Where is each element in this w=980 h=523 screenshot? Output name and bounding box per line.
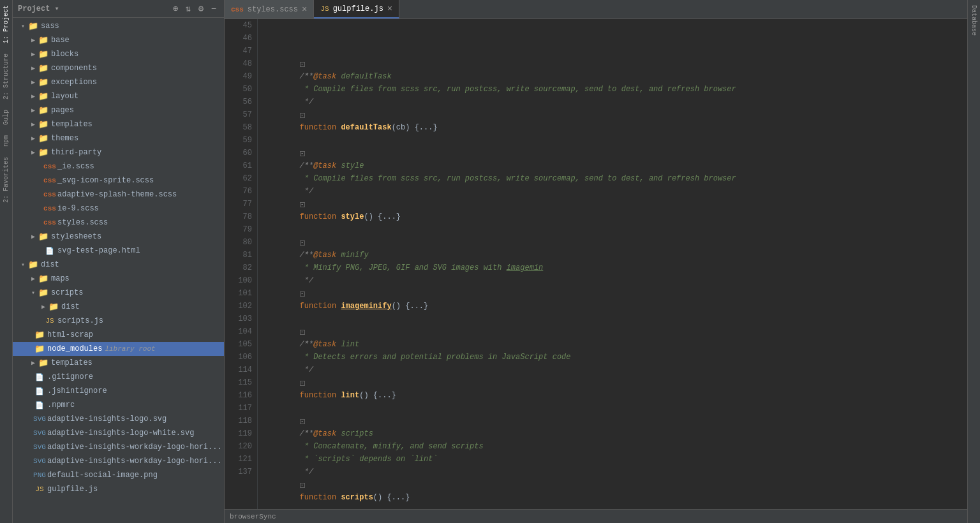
tree-item-ai-logo-svg[interactable]: SVG adaptive-insights-logo.svg [13,412,224,426]
tree-item-sass[interactable]: ▾ 📁 sass [13,19,224,33]
code-content[interactable]: - /** * @task defaultTask * Compile file… [258,19,967,509]
tree-item-blocks[interactable]: ▶ 📁 blocks [13,47,224,61]
tab-project[interactable]: 1: Project [1,0,11,48]
ln-103: 103 [230,313,252,325]
tab-icon-styles: css [231,6,244,13]
tab-gulp[interactable]: Gulp [1,105,11,130]
tree-item-dist2[interactable]: ▶ 📁 dist [13,300,224,314]
tree-item-ie-scss[interactable]: css _ie.scss [13,159,224,173]
tree-item-ai-workday-svg2[interactable]: SVG adaptive-insights-workday-logo-hori.… [13,454,224,468]
tab-styles-scss[interactable]: css styles.scss × [225,0,314,18]
tree-item-gulpfile-js[interactable]: JS gulpfile.js [13,482,224,496]
fname-82: imageminify [341,302,391,311]
tree-item-stylesheets[interactable]: ▶ 📁 stylesheets [13,230,224,244]
folder-icon-blocks: 📁 [38,49,48,59]
tree-item-npmrc[interactable]: 📄 .npmrc [13,398,224,412]
tree-item-templates[interactable]: ▶ 📁 templates [13,117,224,131]
fold-106[interactable]: - [300,381,305,386]
tree-item-node-modules[interactable]: 📁 node_modules library root [13,342,224,356]
file-icon-ie-scss: css [45,161,55,172]
tree-label-adaptive-splash: adaptive-splash-theme.scss [57,190,177,199]
folder-icon-stylesheets: 📁 [38,232,48,242]
arrow-layout: ▶ [28,91,38,101]
tree-item-dist[interactable]: ▾ 📁 dist [13,258,224,272]
ln-50: 50 [230,83,252,96]
file-icon-scripts-js: JS [45,316,55,326]
status-bar: browserSync [225,509,967,523]
fold-121[interactable]: - [300,483,305,488]
minimize-icon[interactable]: − [209,4,219,14]
tree-item-adaptive-splash-scss[interactable]: css adaptive-splash-theme.scss [13,188,224,202]
code-line-118: * Concatenate, minify, and send scripts [263,415,967,427]
tree-label-dist2: dist [61,302,80,311]
tree-label-blocks: blocks [51,50,78,59]
tree-item-svg-test-html[interactable]: 📄 svg-test-page.html [13,244,224,258]
tree-item-ie9-scss[interactable]: css ie-9.scss [13,202,224,216]
settings-icon[interactable]: ⚙ [196,4,206,14]
folder-icon-scripts: 📁 [38,288,48,298]
tree-item-ai-workday-svg[interactable]: SVG adaptive-insights-workday-logo-hori.… [13,440,224,454]
file-icon-styles: css [45,217,55,228]
comment-103-val: lint [341,340,359,349]
tree-label-styles: styles.scss [57,218,108,227]
tree-item-base[interactable]: ▶ 📁 base [13,33,224,47]
arrow-templates: ▶ [28,119,38,129]
fname-50: defaultTask [341,123,391,132]
file-icon-ai-logo: SVG [34,414,45,424]
tree-item-templates2[interactable]: ▶ 📁 templates [13,356,224,370]
tab-favorites[interactable]: 2: Favorites [1,152,11,208]
folder-icon-exceptions: 📁 [38,77,48,87]
code-line-76 [263,185,967,198]
fold-82[interactable]: - [300,291,305,297]
tab-database[interactable]: Database [969,0,979,41]
close-gulpfile-tab[interactable]: × [387,4,392,13]
comment-103-task: @task [313,340,336,349]
comment-80-link: imagemin [507,263,544,272]
tree-item-svg-icon-sprite-scss[interactable]: css _svg-icon-sprite.scss [13,173,224,188]
tree-item-gitignore[interactable]: 📄 .gitignore [13,370,224,384]
tree-item-components[interactable]: ▶ 📁 components [13,61,224,75]
fold-50[interactable]: - [300,113,305,118]
tree-item-scripts[interactable]: ▾ 📁 scripts [13,286,224,300]
locate-icon[interactable]: ⊕ [170,4,181,14]
tree-item-maps[interactable]: ▶ 📁 maps [13,272,224,286]
tree-label-maps: maps [51,274,70,283]
tree-label-scripts-js: scripts.js [57,316,103,325]
comment-119: * `scripts` depends on `lint` [300,455,438,464]
ln-115: 115 [230,376,252,389]
tree-item-pages[interactable]: ▶ 📁 pages [13,103,224,117]
tab-npm[interactable]: npm [1,130,11,152]
tree-label-ai-workday2: adaptive-insights-workday-logo-hori... [47,457,222,466]
tree-item-ai-logo-white-svg[interactable]: SVG adaptive-insights-logo-white.svg [13,426,224,440]
project-dropdown[interactable]: Project ▾ [18,4,59,13]
tree-item-jshintignore[interactable]: 📄 .jshintignore [13,384,224,398]
tree-item-default-social-png[interactable]: PNG default-social-image.png [13,468,224,482]
kw-function-50: function [300,123,337,132]
tab-structure[interactable]: 2: Structure [1,48,11,105]
arrow-themes: ▶ [28,133,38,144]
tree-label-base: base [51,36,70,45]
library-root-label: library root [105,345,155,353]
tree-label-svg-test: svg-test-page.html [57,246,140,255]
collapse-icon[interactable]: ⇅ [183,4,193,14]
tree-item-scripts-js[interactable]: JS scripts.js [13,314,224,328]
tab-bar: css styles.scss × JS gulpfile.js × [225,0,967,19]
folder-icon-pages: 📁 [38,105,48,115]
code-line-117: * @task scripts [263,402,967,415]
fold-62[interactable]: - [300,202,305,207]
code-line-57 [263,108,967,121]
tree-item-html-scrap[interactable]: 📁 html-scrap [13,328,224,342]
tree-item-exceptions[interactable]: ▶ 📁 exceptions [13,75,224,89]
tree-label-social-img: default-social-image.png [47,471,158,480]
code-line-46: - /** [263,32,967,45]
tree-item-layout[interactable]: ▶ 📁 layout [13,89,224,103]
close-styles-tab[interactable]: × [302,5,307,14]
tree-item-styles-scss[interactable]: css styles.scss [13,216,224,230]
code-line-101 [263,287,967,300]
ln-46: 46 [230,32,252,45]
tree-item-third-party[interactable]: ▶ 📁 third-party [13,145,224,159]
tree-item-themes[interactable]: ▶ 📁 themes [13,131,224,145]
arrow-base: ▶ [28,35,38,45]
tab-gulpfile-js[interactable]: JS gulpfile.js × [314,0,399,18]
tree-label-ie9: ie-9.scss [57,204,99,213]
